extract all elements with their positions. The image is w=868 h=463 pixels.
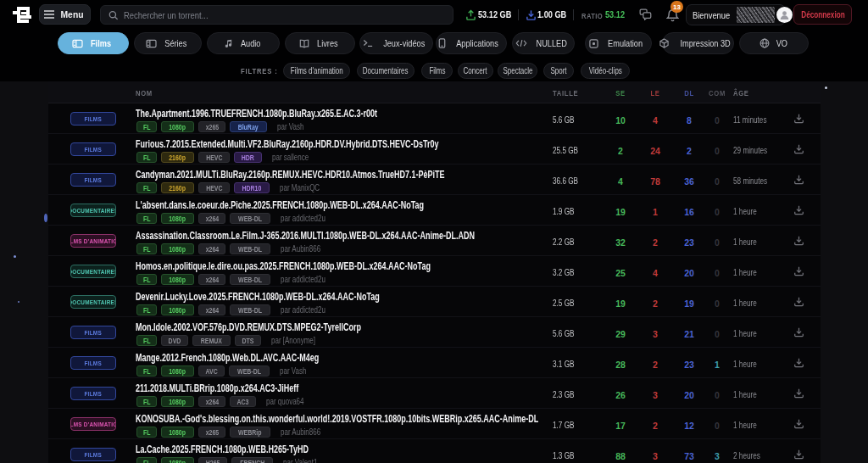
torrent-name[interactable]: La.Cache.2025.FRENCH.1080p.WEB.H265-TyHD [136, 443, 309, 455]
filter-documentaires[interactable]: Documentaires [357, 63, 415, 79]
download-button[interactable] [793, 174, 804, 185]
column-header-seeders[interactable]: SE [609, 89, 632, 98]
username-redacted [737, 7, 775, 23]
torrent-row[interactable]: FILMSCandyman.2021.MULTi.BluRay.2160p.RE… [48, 165, 821, 195]
tag-x264: x264 [198, 396, 226, 407]
torrent-row[interactable]: DOCUMENTAIRESHomos.en.politique.le.dire.… [48, 256, 821, 287]
torrent-name[interactable]: KONOSUBA.-God's.blessing.on.this.wonderf… [136, 413, 538, 425]
torrent-name[interactable]: The.Apartment.1996.TRUEFRENCH.1080p.BluR… [136, 108, 377, 120]
column-header-name[interactable]: NOM [136, 89, 153, 98]
category-badge[interactable]: DOCUMENTAIRES [70, 295, 116, 309]
filter-vid-o-clips[interactable]: Vidéo-clips [581, 63, 630, 79]
download-button[interactable] [793, 113, 804, 124]
uploader[interactable]: par quova64 [266, 397, 303, 406]
uploader[interactable]: par addicted2u [281, 214, 326, 223]
download-button[interactable] [793, 449, 804, 460]
uploader[interactable]: par addicted2u [281, 275, 326, 284]
logout-button[interactable]: Déconnexion [793, 4, 852, 25]
download-button[interactable] [793, 296, 804, 307]
download-button[interactable] [793, 326, 804, 337]
uploader[interactable]: par Vash [280, 366, 306, 376]
download-button[interactable] [793, 235, 804, 246]
category-badge[interactable]: FILMS [70, 142, 116, 156]
torrent-name[interactable]: L'absent.dans.le.coeur.de.Piche.2025.FRE… [136, 199, 424, 211]
leechers-count: 4 [643, 115, 668, 126]
torrent-name[interactable]: Assassination.Classroom.Le.Film.J-365.20… [136, 230, 475, 242]
tab-livres[interactable]: Livres [285, 32, 355, 54]
torrent-name[interactable]: Mon.Idole.2002.VOF.576p.DVD.REMUX.DTS.MP… [136, 321, 361, 333]
tab-films[interactable]: Films [58, 32, 129, 54]
site-logo-icon[interactable] [11, 4, 33, 25]
torrent-row[interactable]: FILMSLa.Cache.2025.FRENCH.1080p.WEB.H265… [48, 439, 821, 463]
torrent-name[interactable]: Candyman.2021.MULTi.BluRay.2160p.REMUX.H… [136, 169, 445, 181]
tab-emulation[interactable]: Emulation [585, 32, 652, 54]
torrent-age: 1 heure [733, 421, 757, 430]
torrent-name[interactable]: Furious.7.2015.Extended.Multi.VF2.BluRay… [136, 138, 439, 150]
category-badge[interactable]: DOCUMENTAIRES [70, 265, 116, 278]
category-badge[interactable]: DOCUMENTAIRES [70, 204, 116, 217]
torrent-row[interactable]: FILMSThe.Apartment.1996.TRUEFRENCH.1080p… [48, 103, 821, 134]
category-badge[interactable]: FILMS [70, 387, 116, 400]
torrent-row[interactable]: FILMS211.2018.MULTi.BRrip.1080p.x264.AC3… [48, 378, 821, 409]
torrent-tags: FL1080px264WEB-DLpar Aubin866 [136, 243, 331, 254]
torrent-row[interactable]: FILMSMange.2012.French.1080p.Web.DL.AVC.… [48, 348, 821, 378]
torrent-age: 1 heure [733, 268, 757, 277]
torrent-tags: FL1080px265WEBRippar Aubin866 [136, 427, 331, 438]
tab-impression-3d[interactable]: Impression 3D [662, 32, 734, 54]
column-header-leechers[interactable]: LE [644, 89, 666, 98]
filter-films-d-animation[interactable]: Films d'animation [283, 63, 350, 79]
tab-s-ries[interactable]: Séries [134, 32, 202, 54]
torrent-name[interactable]: 211.2018.MULTi.BRrip.1080p.x264.AC3-JiHe… [136, 382, 298, 394]
column-header-comments[interactable]: COM [706, 89, 728, 98]
filter-concert[interactable]: Concert [458, 63, 493, 79]
uploader[interactable]: par Aubin866 [281, 427, 320, 437]
column-header-size[interactable]: TAILLE [553, 89, 578, 98]
torrent-row[interactable]: FILMSMon.Idole.2002.VOF.576p.DVD.REMUX.D… [48, 317, 821, 348]
torrent-name[interactable]: Devenir.Lucky.Love.2025.FRENCH.1080p.WEB… [136, 291, 380, 303]
film-icon [72, 39, 83, 48]
category-badge[interactable]: FILMS [70, 448, 116, 461]
uploader[interactable]: par ManixQC [280, 183, 320, 192]
column-header-completed[interactable]: DL [678, 89, 700, 98]
tab-nulled[interactable]: NULLED [512, 32, 575, 54]
uploader[interactable]: par addicted2u [281, 305, 326, 315]
category-badge[interactable]: FILMS [70, 112, 116, 126]
category-badge[interactable]: FILMS [70, 173, 116, 187]
torrent-row[interactable]: DOCUMENTAIRESL'absent.dans.le.coeur.de.P… [48, 195, 821, 226]
tag-avc: AVC [198, 365, 225, 377]
filter-sport[interactable]: Sport [543, 63, 574, 79]
tab-jeux-vid-os[interactable]: Jeux-vidéos [359, 32, 433, 54]
menu-button[interactable]: Menu [39, 4, 91, 25]
uploader[interactable]: par Aubin866 [281, 244, 320, 254]
uploader[interactable]: par Valent1 [283, 458, 317, 463]
tab-audio[interactable]: Audio [207, 32, 280, 54]
messages-button[interactable] [639, 8, 652, 20]
download-button[interactable] [793, 418, 804, 429]
category-badge[interactable]: FILMS [70, 326, 116, 339]
torrent-row[interactable]: FILMS D'ANIMATIONAssassination.Classroom… [48, 226, 821, 256]
torrent-name[interactable]: Mange.2012.French.1080p.Web.DL.AVC.AAC-M… [136, 352, 319, 364]
torrent-row[interactable]: FILMSFurious.7.2015.Extended.Multi.VF2.B… [48, 134, 821, 165]
search-box[interactable] [100, 5, 453, 25]
column-header-age[interactable]: ÂGE [733, 89, 749, 98]
welcome-user-button[interactable]: Bienvenue [686, 4, 786, 25]
uploader[interactable]: par Vash [277, 122, 303, 131]
filter-spectacle[interactable]: Spectacle [498, 63, 537, 79]
download-button[interactable] [793, 143, 804, 154]
uploader[interactable]: par sallence [272, 153, 309, 162]
download-button[interactable] [793, 265, 804, 276]
filter-films[interactable]: Films [421, 63, 453, 79]
uploader[interactable]: par [Anonyme] [271, 336, 315, 345]
category-badge[interactable]: FILMS D'ANIMATION [70, 234, 116, 248]
download-button[interactable] [793, 388, 804, 399]
category-badge[interactable]: FILMS D'ANIMATION [70, 417, 116, 431]
torrent-name[interactable]: Homos.en.politique.le.dire.ou.pas.2025.F… [136, 260, 431, 272]
search-input[interactable] [124, 10, 387, 20]
download-button[interactable] [793, 357, 804, 368]
category-badge[interactable]: FILMS [70, 356, 116, 370]
torrent-row[interactable]: FILMS D'ANIMATIONKONOSUBA.-God's.blessin… [48, 409, 821, 439]
tab-vo[interactable]: VO [739, 32, 809, 54]
torrent-row[interactable]: DOCUMENTAIRESDevenir.Lucky.Love.2025.FRE… [48, 287, 821, 317]
download-button[interactable] [793, 204, 804, 215]
tab-applications[interactable]: Applications [436, 32, 507, 54]
